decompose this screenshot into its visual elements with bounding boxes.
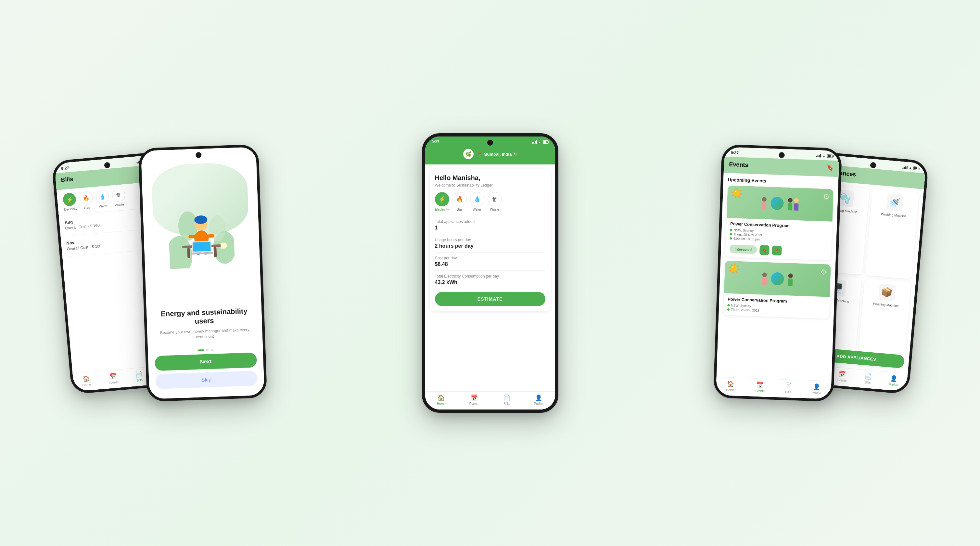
event-img-1: ☀️ ⚙ [726, 185, 833, 221]
bookmark-event-1[interactable]: 🔖 [759, 245, 769, 255]
globe-2 [770, 272, 784, 285]
battery-main [543, 140, 549, 144]
category-water[interactable]: 💧 Water [95, 190, 110, 208]
date-text-1: Thurs, 25 Nov 2023 [733, 232, 762, 237]
next-button[interactable]: Next [154, 352, 257, 371]
upcoming-events-label: Upcoming Events [728, 177, 834, 185]
onboarding-title: Energy and sustainability users [156, 307, 252, 327]
battery5-icon [913, 166, 919, 170]
water-label: Water [99, 204, 108, 208]
nav5-events[interactable]: 📅 Events [837, 370, 848, 383]
onboarding-text-section: Energy and sustainability users Become y… [146, 306, 262, 348]
onboarding-buttons: Next Skip [148, 352, 264, 399]
nav-events-label: Events [108, 380, 118, 385]
refresh-icon[interactable]: ↻ [513, 152, 517, 156]
phone1-time: 9:27 [61, 166, 69, 171]
skip-button[interactable]: Skip [155, 370, 257, 389]
nav4-profile-label: Profile [811, 391, 821, 395]
person-svg [167, 195, 235, 269]
nav-bills[interactable]: 📄 Bills [135, 370, 143, 382]
gas-label: Gas [84, 205, 90, 210]
events3-icon: 📅 [471, 394, 478, 401]
nav3-profile[interactable]: 👤 Profile [534, 394, 543, 406]
appliance-name-2: Washing Machine [881, 212, 907, 218]
sig4-1 [816, 156, 817, 157]
stat-consumption: Total Electricity Consumption per day 43… [435, 270, 546, 289]
estimate-button[interactable]: ESTIMATE [435, 292, 546, 306]
people-group-1 [761, 196, 799, 211]
nav4-profile[interactable]: 👤 Profile [811, 383, 821, 395]
nav4-bills[interactable]: 📄 Bills [784, 382, 792, 394]
greeting-text: Hello Manisha, [435, 174, 546, 182]
phone3-bottom-nav: 🏠 Home 📅 Events 📄 Bills 👤 Profile [425, 391, 555, 410]
nav5-profile[interactable]: 👤 Profile [888, 375, 899, 387]
welcome-text: Welcome to Sustainability Ledger [435, 183, 546, 188]
tab-waste[interactable]: 🗑 Waste [488, 192, 502, 211]
location-pin-icon: 📍 [477, 152, 482, 156]
wifi4-icon: ▲ [822, 154, 826, 158]
bookmark-icon[interactable]: 🔖 [826, 164, 834, 172]
category-electricity[interactable]: ⚡ Electricity [62, 192, 77, 212]
person-2 [788, 198, 792, 210]
bills-icon: 📄 [135, 370, 143, 378]
body-4 [762, 278, 767, 285]
appliance-2[interactable]: 🚿 Washing Machine [865, 188, 919, 279]
bills-title: Bills [60, 176, 73, 183]
nav3-events[interactable]: 📅 Events [469, 394, 479, 406]
nav4-events[interactable]: 📅 Events [754, 381, 765, 393]
phone-onboarding: Energy and sustainability users Become y… [138, 144, 267, 402]
water-icon-circle: 💧 [95, 190, 109, 203]
location-event-1[interactable]: 📍 [772, 245, 781, 255]
body-1 [761, 202, 766, 209]
phone4-bottom-nav: 🏠 Home 📅 Events 📄 Bills 👤 Profile [716, 377, 831, 399]
waste-icon-circle: 🗑 [111, 188, 126, 202]
events5-icon: 📅 [838, 370, 846, 378]
event-card-2: ☀️ ⚙ [723, 261, 831, 318]
phone-home: 9:27 ▲ 🌿 📍 [422, 133, 558, 413]
nav5-bills[interactable]: 📄 Bills [864, 372, 872, 385]
nav5-profile-label: Profile [888, 383, 898, 387]
gas-tab-label: Gas [457, 208, 462, 211]
gas-icon-circle: 🔥 [79, 191, 93, 205]
nav3-bills[interactable]: 📄 Bills [503, 394, 510, 406]
person-3 [794, 198, 799, 211]
events-title: Events [729, 161, 748, 169]
body-3 [794, 203, 799, 211]
nav-home-label: Home [82, 383, 91, 387]
waste-label: Waste [115, 203, 124, 207]
signal-bar-1 [137, 162, 137, 163]
electricity-icon-circle: ⚡ [62, 192, 76, 206]
sig5-1 [902, 168, 903, 169]
time-text-1: 4.00 pm - 8.00 pm [733, 236, 759, 241]
wifi-icon-main: ▲ [538, 140, 541, 144]
head-3 [794, 198, 799, 203]
profile5-icon: 👤 [890, 375, 897, 383]
interested-button-1[interactable]: Interested [729, 245, 757, 254]
tab-water[interactable]: 💧 Water [470, 192, 484, 211]
nav4-home-label: Home [725, 388, 735, 392]
nav-home[interactable]: 🏠 Home [81, 375, 91, 387]
sig4-2 [817, 155, 818, 157]
svg-rect-19 [220, 243, 226, 249]
nav4-home[interactable]: 🏠 Home [725, 380, 735, 392]
appliance-img-4: 📦 [878, 283, 896, 301]
sun-icon-2: ☀️ [728, 263, 740, 274]
waste-tab-icon: 🗑 [488, 192, 502, 206]
stat-cost-value: $6.48 [435, 261, 546, 267]
category-gas[interactable]: 🔥 Gas [79, 191, 94, 210]
sig5-3 [905, 166, 906, 169]
date-dot-2 [727, 308, 729, 311]
tab-gas[interactable]: 🔥 Gas [452, 192, 467, 211]
tab-electricity[interactable]: ⚡ Electricity [435, 192, 449, 211]
person-4 [762, 272, 767, 285]
category-waste[interactable]: 🗑 Waste [111, 188, 126, 207]
nav3-home[interactable]: 🏠 Home [437, 394, 445, 406]
app-logo: 🌿 [463, 149, 474, 159]
stat-cost-label: Cost per day [435, 256, 546, 260]
hello-card: Hello Manisha, Welcome to Sustainability… [430, 169, 550, 311]
stat-appliances-value: 1 [435, 225, 546, 231]
nav-events[interactable]: 📅 Events [108, 372, 119, 385]
sig3 [535, 141, 536, 144]
location-dot-2 [727, 304, 730, 307]
body-2 [788, 203, 792, 210]
